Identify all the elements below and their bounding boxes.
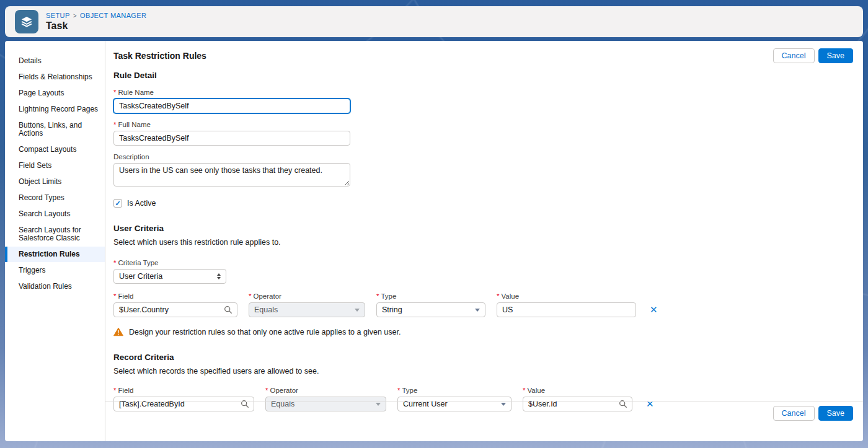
footer-actions: Cancel Save <box>105 402 863 421</box>
record-criteria-subtitle: Select which records the specified users… <box>113 367 853 376</box>
user-value-input[interactable] <box>497 302 636 317</box>
is-active-label: Is Active <box>127 199 156 208</box>
sidebar-item-lightning-record-pages[interactable]: Lightning Record Pages <box>5 102 105 117</box>
user-type-select[interactable]: String <box>376 302 485 317</box>
user-operator-label: *Operator <box>249 292 365 300</box>
sidebar-item-restriction-rules[interactable]: Restriction Rules <box>5 247 105 262</box>
required-marker: * <box>113 89 116 96</box>
cancel-button-top[interactable]: Cancel <box>773 48 815 63</box>
warning-triangle-icon <box>113 327 123 336</box>
object-manager-icon <box>15 10 38 33</box>
description-label: Description <box>113 153 853 160</box>
breadcrumb-setup-link[interactable]: SETUP <box>46 12 70 19</box>
warning-row: Design your restriction rules so that on… <box>113 327 853 336</box>
required-marker: * <box>113 121 116 128</box>
content-card: Details Fields & Relationships Page Layo… <box>5 41 863 441</box>
user-type-label: *Type <box>376 292 485 300</box>
checkmark-icon: ✓ <box>115 200 120 207</box>
chevron-down-icon <box>355 309 360 312</box>
sidebar-item-search-layouts-classic[interactable]: Search Layouts for Salesforce Classic <box>5 222 105 246</box>
warning-text: Design your restriction rules so that on… <box>129 328 401 336</box>
sidebar-item-fields-relationships[interactable]: Fields & Relationships <box>5 69 105 85</box>
criteria-type-select[interactable]: User Criteria <box>113 269 226 284</box>
user-field-lookup-input[interactable] <box>113 302 237 317</box>
save-button-bottom[interactable]: Save <box>818 406 854 421</box>
stepper-up-down-icon <box>217 273 221 279</box>
required-marker: * <box>113 259 116 266</box>
full-name-input[interactable] <box>113 131 350 146</box>
cancel-button-bottom[interactable]: Cancel <box>773 406 815 421</box>
record-type-label: *Type <box>397 387 512 394</box>
sidebar-item-page-layouts[interactable]: Page Layouts <box>5 86 105 101</box>
save-button-top[interactable]: Save <box>818 48 854 63</box>
rule-detail-heading: Rule Detail <box>113 71 853 80</box>
rule-name-label: * Rule Name <box>113 89 853 96</box>
sidebar-item-details[interactable]: Details <box>5 53 105 69</box>
sidebar-item-compact-layouts[interactable]: Compact Layouts <box>5 142 105 157</box>
sidebar-item-field-sets[interactable]: Field Sets <box>5 158 105 173</box>
user-operator-select: Equals <box>249 302 365 317</box>
setup-header: SETUP > OBJECT MANAGER Task <box>5 6 863 37</box>
sidebar-item-validation-rules[interactable]: Validation Rules <box>5 279 105 294</box>
page-title: Task <box>46 20 146 32</box>
breadcrumb-object-manager-link[interactable]: OBJECT MANAGER <box>80 12 146 19</box>
is-active-checkbox[interactable]: ✓ <box>113 199 122 208</box>
user-criteria-row: *Field *Operator Equals <box>113 292 853 317</box>
sidebar-item-object-limits[interactable]: Object Limits <box>5 174 105 190</box>
user-criteria-heading: User Criteria <box>113 224 853 233</box>
breadcrumb-separator: > <box>73 12 77 19</box>
layers-icon <box>20 15 33 29</box>
user-field-label: *Field <box>113 292 237 300</box>
rule-name-input[interactable] <box>113 99 350 113</box>
sidebar-item-buttons-links-actions[interactable]: Buttons, Links, and Actions <box>5 118 105 141</box>
sidebar-item-triggers[interactable]: Triggers <box>5 263 105 278</box>
chevron-down-icon <box>475 309 480 312</box>
user-criteria-subtitle: Select which users this restriction rule… <box>113 238 853 247</box>
record-field-label: *Field <box>113 387 254 394</box>
breadcrumb: SETUP > OBJECT MANAGER <box>46 12 146 19</box>
object-manager-sidebar: Details Fields & Relationships Page Layo… <box>5 41 105 441</box>
search-icon[interactable] <box>224 305 232 314</box>
criteria-type-label: * Criteria Type <box>113 259 853 266</box>
user-value-label: *Value <box>497 292 636 300</box>
record-value-label: *Value <box>523 387 632 394</box>
restriction-rules-main: Task Restriction Rules Cancel Save Rule … <box>105 41 863 441</box>
full-name-label: * Full Name <box>113 121 853 128</box>
remove-user-criteria-button[interactable]: ✕ <box>647 302 660 317</box>
record-operator-label: *Operator <box>265 387 386 394</box>
sidebar-item-search-layouts[interactable]: Search Layouts <box>5 206 105 222</box>
description-textarea[interactable] <box>113 163 350 187</box>
record-criteria-heading: Record Criteria <box>113 353 853 362</box>
sidebar-item-record-types[interactable]: Record Types <box>5 190 105 206</box>
section-title: Task Restriction Rules <box>113 48 206 61</box>
